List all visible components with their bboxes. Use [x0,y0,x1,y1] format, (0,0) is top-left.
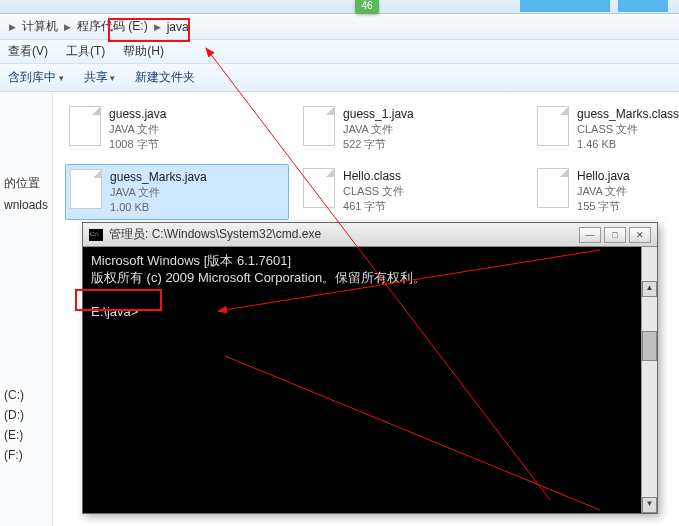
file-type: JAVA 文件 [109,122,166,137]
sidebar-drive-c[interactable]: (C:) [0,385,52,405]
sidebar-drive-f[interactable]: (F:) [0,445,52,465]
file-meta: guess_Marks.classCLASS 文件1.46 KB [577,106,679,152]
file-name: guess_Marks.java [110,169,207,185]
cmd-line-1: Microsoft Windows [版本 6.1.7601] [91,253,291,268]
scroll-thumb[interactable] [642,331,657,361]
file-size: 1.00 KB [110,200,207,215]
file-item[interactable]: Hello.classCLASS 文件461 字节 [299,164,523,220]
sidebar-drives: (C:) (D:) (E:) (F:) [0,385,52,465]
close-button[interactable]: ✕ [629,227,651,243]
menu-bar: 查看(V) 工具(T) 帮助(H) [0,40,679,64]
file-item[interactable]: Hello.javaJAVA 文件155 字节 [533,164,679,220]
file-icon [69,106,101,146]
include-in-library-button[interactable]: 含到库中 [8,69,64,86]
sidebar: 的位置 wnloads (C:) (D:) (E:) (F:) [0,92,53,526]
breadcrumb-seg-computer[interactable]: 计算机 [19,16,61,37]
file-type: JAVA 文件 [110,185,207,200]
file-icon [537,168,569,208]
file-icon [303,106,335,146]
chevron-right-icon: ▶ [64,22,71,32]
menu-view[interactable]: 查看(V) [8,43,48,60]
explorer-toolbar: 含到库中 共享 新建文件夹 [0,64,679,92]
share-button[interactable]: 共享 [84,69,116,86]
sidebar-drive-d[interactable]: (D:) [0,405,52,425]
file-icon [70,169,102,209]
chevron-right-icon: ▶ [9,22,16,32]
cmd-titlebar[interactable]: 管理员: C:\Windows\System32\cmd.exe — □ ✕ [83,223,657,247]
breadcrumb-seg-folder[interactable]: java [164,18,192,36]
file-name: Hello.java [577,168,630,184]
breadcrumb-seg-drive[interactable]: 程序代码 (E:) [74,16,151,37]
file-name: guess_1.java [343,106,414,122]
menu-tools[interactable]: 工具(T) [66,43,105,60]
file-type: JAVA 文件 [577,184,630,199]
file-size: 461 字节 [343,199,404,214]
tab-highlight [520,0,610,12]
cmd-prompt: E:\java> [91,304,138,319]
file-type: CLASS 文件 [577,122,679,137]
maximize-button[interactable]: □ [604,227,626,243]
file-size: 522 字节 [343,137,414,152]
browser-tabbar: 46 [0,0,679,14]
file-type: CLASS 文件 [343,184,404,199]
file-row: guess_Marks.javaJAVA 文件1.00 KBHello.clas… [65,164,679,220]
chevron-right-icon: ▶ [154,22,161,32]
file-size: 1.46 KB [577,137,679,152]
sidebar-drive-e[interactable]: (E:) [0,425,52,445]
cmd-window[interactable]: 管理员: C:\Windows\System32\cmd.exe — □ ✕ M… [82,222,658,514]
file-item[interactable]: guess_Marks.classCLASS 文件1.46 KB [533,102,679,156]
scroll-down-icon[interactable]: ▼ [642,497,657,513]
file-meta: guess_Marks.javaJAVA 文件1.00 KB [110,169,207,215]
file-size: 155 字节 [577,199,630,214]
file-meta: guess_1.javaJAVA 文件522 字节 [343,106,414,152]
sidebar-item-location[interactable]: 的位置 [0,172,52,195]
file-row: guess.javaJAVA 文件1008 字节guess_1.javaJAVA… [65,102,679,156]
file-type: JAVA 文件 [343,122,414,137]
cmd-scrollbar[interactable]: ▲ ▼ [641,247,657,513]
file-meta: Hello.classCLASS 文件461 字节 [343,168,404,216]
tab-count-badge[interactable]: 46 [355,0,379,14]
file-item[interactable]: guess_1.javaJAVA 文件522 字节 [299,102,523,156]
new-folder-button[interactable]: 新建文件夹 [135,69,195,86]
tab-highlight-2 [618,0,668,12]
cmd-output[interactable]: Microsoft Windows [版本 6.1.7601] 版权所有 (c)… [83,247,657,513]
file-item[interactable]: guess.javaJAVA 文件1008 字节 [65,102,289,156]
scroll-up-icon[interactable]: ▲ [642,281,657,297]
file-icon [303,168,335,208]
cmd-line-2: 版权所有 (c) 2009 Microsoft Corporation。保留所有… [91,270,426,285]
menu-help[interactable]: 帮助(H) [123,43,164,60]
file-meta: Hello.javaJAVA 文件155 字节 [577,168,630,216]
sidebar-item-downloads[interactable]: wnloads [0,195,52,215]
minimize-button[interactable]: — [579,227,601,243]
file-size: 1008 字节 [109,137,166,152]
cmd-title-text: 管理员: C:\Windows\System32\cmd.exe [109,226,321,243]
file-icon [537,106,569,146]
file-name: guess_Marks.class [577,106,679,122]
file-name: guess.java [109,106,166,122]
file-item[interactable]: guess_Marks.javaJAVA 文件1.00 KB [65,164,289,220]
cmd-icon [89,229,103,241]
file-name: Hello.class [343,168,404,184]
address-bar[interactable]: ▶ 计算机 ▶ 程序代码 (E:) ▶ java [0,14,679,40]
file-meta: guess.javaJAVA 文件1008 字节 [109,106,166,152]
